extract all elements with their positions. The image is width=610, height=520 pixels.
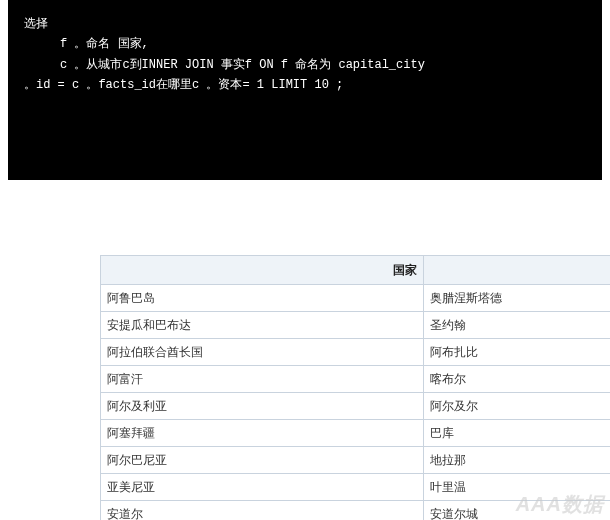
table-row: 亚美尼亚 叶里温	[101, 474, 611, 501]
cell-country: 阿拉伯联合酋长国	[101, 339, 424, 366]
cell-country: 阿尔及利亚	[101, 393, 424, 420]
table-header-row: 国家 首都	[101, 256, 611, 285]
cell-country: 阿尔巴尼亚	[101, 447, 424, 474]
code-line-4: 。id = c 。facts_id在哪里c 。资本= 1 LIMIT 10 ;	[24, 78, 343, 92]
cell-capital: 地拉那	[423, 447, 610, 474]
cell-capital: 圣约翰	[423, 312, 610, 339]
cell-capital: 叶里温	[423, 474, 610, 501]
table-row: 安提瓜和巴布达 圣约翰	[101, 312, 611, 339]
table-row: 阿尔及利亚 阿尔及尔	[101, 393, 611, 420]
cell-capital: 阿尔及尔	[423, 393, 610, 420]
cell-country: 安提瓜和巴布达	[101, 312, 424, 339]
sql-code-block: 选择 f 。命名 国家, c 。从城市c到INNER JOIN 事实f ON f…	[8, 0, 602, 180]
cell-country: 阿鲁巴岛	[101, 285, 424, 312]
table-row: 阿鲁巴岛 奥腊涅斯塔德	[101, 285, 611, 312]
cell-capital: 奥腊涅斯塔德	[423, 285, 610, 312]
code-line-2: f 。命名 国家,	[24, 37, 149, 51]
cell-capital: 安道尔城	[423, 501, 610, 521]
cell-country: 阿塞拜疆	[101, 420, 424, 447]
header-capital: 首都	[423, 256, 610, 285]
cell-country: 阿富汗	[101, 366, 424, 393]
cell-capital: 阿布扎比	[423, 339, 610, 366]
table-row: 阿富汗 喀布尔	[101, 366, 611, 393]
results-table-wrap: 国家 首都 阿鲁巴岛 奥腊涅斯塔德 安提瓜和巴布达 圣约翰 阿拉伯联合酋长国 阿…	[100, 255, 610, 520]
code-line-1: 选择	[24, 17, 48, 31]
results-table: 国家 首都 阿鲁巴岛 奥腊涅斯塔德 安提瓜和巴布达 圣约翰 阿拉伯联合酋长国 阿…	[100, 255, 610, 520]
header-country: 国家	[101, 256, 424, 285]
cell-country: 安道尔	[101, 501, 424, 521]
table-row: 阿尔巴尼亚 地拉那	[101, 447, 611, 474]
table-row: 阿塞拜疆 巴库	[101, 420, 611, 447]
cell-country: 亚美尼亚	[101, 474, 424, 501]
table-row: 安道尔 安道尔城	[101, 501, 611, 521]
table-row: 阿拉伯联合酋长国 阿布扎比	[101, 339, 611, 366]
cell-capital: 巴库	[423, 420, 610, 447]
cell-capital: 喀布尔	[423, 366, 610, 393]
code-line-3: c 。从城市c到INNER JOIN 事实f ON f 命名为 capital_…	[24, 58, 425, 72]
